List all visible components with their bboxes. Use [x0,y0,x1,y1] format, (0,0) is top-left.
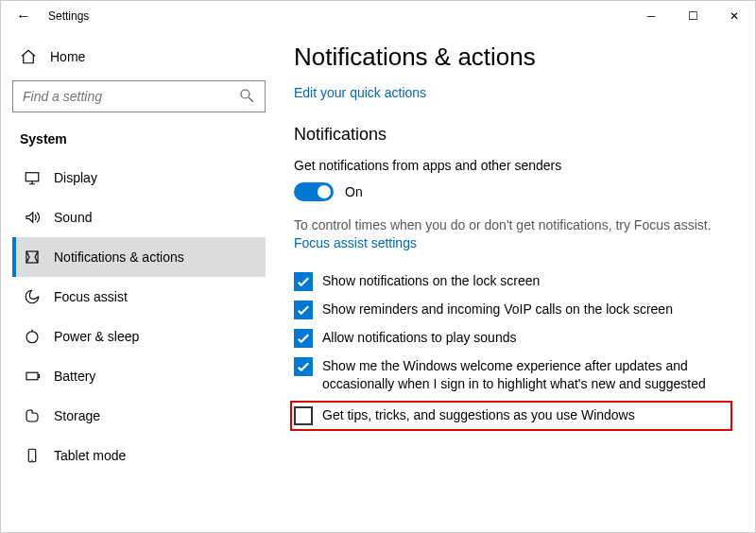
nav-icon [24,368,41,385]
checkbox[interactable] [294,406,313,425]
option-label: Show reminders and incoming VoIP calls o… [322,301,673,319]
option-label: Show notifications on the lock screen [322,272,540,291]
back-button[interactable]: ← [10,8,37,25]
nav-icon [24,447,41,464]
option-label: Allow notifications to play sounds [322,329,516,348]
nav-icon [24,169,41,186]
svg-point-3 [26,332,38,343]
svg-rect-1 [26,173,39,181]
home-icon [20,48,37,65]
focus-assist-text: To control times when you do or don't ge… [294,216,732,235]
maximize-button[interactable]: ☐ [672,1,713,31]
section-notifications: Notifications [294,125,732,145]
nav-label: Battery [54,369,95,384]
sidebar-item-display[interactable]: Display [12,158,266,198]
nav-icon [24,288,41,305]
option-row: Allow notifications to play sounds [294,324,732,352]
nav-label: Focus assist [54,289,128,304]
checkbox[interactable] [294,357,313,376]
nav-icon [24,328,41,345]
search-field[interactable] [23,89,238,104]
nav-home-label: Home [50,49,85,64]
search-input[interactable] [12,80,266,112]
nav-label: Notifications & actions [54,249,184,265]
window-title: Settings [48,9,89,23]
nav-label: Sound [54,210,92,225]
edit-quick-actions-link[interactable]: Edit your quick actions [294,85,732,100]
option-row: Get tips, tricks, and suggestions as you… [290,401,732,431]
page-title: Notifications & actions [294,43,732,72]
sidebar-item-sound[interactable]: Sound [12,198,266,237]
minimize-button[interactable]: ─ [630,1,672,31]
nav-icon [24,209,41,226]
sidebar-item-focus-assist[interactable]: Focus assist [12,277,266,317]
close-button[interactable]: ✕ [713,1,755,31]
option-label: Get tips, tricks, and suggestions as you… [322,406,635,425]
sidebar-item-storage[interactable]: Storage [12,396,266,436]
checkbox[interactable] [294,301,313,319]
nav-home[interactable]: Home [12,39,266,75]
get-notifications-label: Get notifications from apps and other se… [294,158,732,173]
nav-label: Display [54,170,97,185]
option-row: Show me the Windows welcome experience a… [294,352,732,399]
sidebar: Home System DisplaySoundNotifications & … [1,31,277,532]
svg-rect-4 [26,372,38,380]
sidebar-item-tablet-mode[interactable]: Tablet mode [12,436,266,475]
main-content: Notifications & actions Edit your quick … [277,31,755,532]
sidebar-item-power-sleep[interactable]: Power & sleep [12,317,266,356]
checkbox[interactable] [294,329,313,348]
nav-label: Tablet mode [54,448,126,463]
toggle-label: On [345,184,363,199]
sidebar-item-notifications-actions[interactable]: Notifications & actions [12,237,266,277]
nav-icon [24,407,41,424]
option-label: Show me the Windows welcome experience a… [322,357,732,394]
svg-point-0 [241,90,249,98]
option-row: Show notifications on the lock screen [294,267,732,296]
category-system: System [20,131,258,146]
nav-label: Storage [54,408,100,423]
search-icon [238,87,255,107]
notifications-toggle[interactable] [294,182,334,201]
focus-assist-link[interactable]: Focus assist settings [294,235,732,250]
nav-label: Power & sleep [54,329,139,344]
svg-rect-2 [26,251,38,263]
sidebar-item-battery[interactable]: Battery [12,356,266,396]
option-row: Show reminders and incoming VoIP calls o… [294,296,732,324]
nav-icon [24,249,41,266]
checkbox[interactable] [294,272,313,291]
